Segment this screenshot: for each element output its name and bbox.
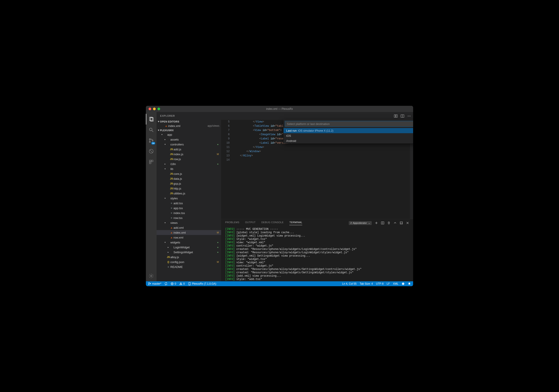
file-item[interactable]: JSgcp.js [157, 181, 221, 186]
quickpick-input[interactable]: Select platform or last destination [285, 121, 413, 127]
notifications-icon[interactable] [408, 282, 411, 285]
quickpick-item[interactable]: Android [283, 138, 413, 143]
folder-item[interactable]: ▾controllers● [157, 142, 221, 147]
eol[interactable]: LF [387, 282, 390, 285]
item-label: LoginWidget [174, 246, 216, 249]
quickpick-item[interactable]: iOS [283, 133, 413, 138]
file-type-icon: ≡ [169, 207, 174, 209]
open-editor-item[interactable]: ஃ index.xml app/views [157, 123, 221, 128]
file-item[interactable]: ≡row.tss [157, 215, 221, 220]
file-item[interactable]: JSrow.js [157, 157, 221, 161]
file-item[interactable]: JSindex.jsM [157, 152, 221, 157]
titlebar: index.xml — PlexusRx [146, 106, 413, 112]
chevron-right-icon: ▸ [164, 163, 166, 165]
sidebar: EXPLORER ▾ OPEN EDITORS ஃ index.xml app/… [157, 112, 221, 281]
svg-rect-11 [149, 162, 151, 164]
sync-icon[interactable] [164, 282, 168, 285]
folder-item[interactable]: ▸i18n● [157, 161, 221, 166]
chevron-right-icon: ▸ [167, 251, 169, 253]
statusbar: master* 0 0 PlexusRx (7.1.0.GA) Ln 4, Co… [146, 281, 413, 286]
folder-item[interactable]: ▸SettingsWidget● [157, 250, 221, 255]
git-branch[interactable]: master* [148, 282, 161, 285]
svg-point-40 [403, 283, 404, 284]
item-label: core.js [174, 172, 216, 176]
file-item[interactable]: ஃadd.xml [157, 225, 221, 230]
explorer-icon[interactable] [146, 114, 157, 124]
cursor-position[interactable]: Ln 4, Col 55 [342, 282, 357, 285]
file-item[interactable]: JSalloy.js [157, 255, 221, 260]
line-gutter: 567891011121314 [221, 120, 234, 219]
folder-item[interactable]: ▾lib [157, 166, 221, 171]
extensions-icon[interactable] [146, 157, 157, 167]
more-icon[interactable] [407, 114, 411, 118]
language-mode[interactable]: XML [393, 282, 398, 285]
file-item[interactable]: {}config.jsonM [157, 260, 221, 264]
item-label: add.xml [174, 226, 216, 229]
tab-size[interactable]: Tab Size: 4 [360, 282, 373, 285]
item-label: assets [170, 138, 216, 141]
file-type-icon: ≡ [166, 265, 170, 268]
folder-item[interactable]: ▾styles [157, 196, 221, 201]
panel-tab-problems[interactable]: PROBLEMS [225, 221, 239, 225]
file-item[interactable]: JSutilities.js [157, 191, 221, 196]
scm-status: ● [216, 246, 219, 249]
file-type-icon: ஃ [169, 236, 174, 239]
panel-tab-output[interactable]: OUTPUT [245, 221, 256, 225]
scm-status: M [216, 231, 219, 234]
panel-tab-terminal[interactable]: TERMINAL [289, 221, 302, 225]
svg-point-18 [409, 116, 410, 116]
item-label: app [167, 133, 216, 136]
close-panel-icon[interactable] [406, 221, 409, 224]
folder-item[interactable]: ▾app [157, 132, 221, 137]
split-editor-icon[interactable] [401, 114, 404, 118]
file-item[interactable]: ஃrow.xml [157, 235, 221, 240]
file-item[interactable]: ≡add.tss [157, 201, 221, 205]
terminal-selector[interactable]: 2: Appcelerator⌄ [349, 221, 372, 225]
source-control-icon[interactable]: 14 [146, 135, 157, 146]
folder-item[interactable]: ▸assets [157, 137, 221, 142]
trash-icon[interactable] [387, 221, 391, 224]
svg-point-19 [410, 116, 411, 116]
scm-status: M [216, 153, 219, 156]
svg-point-17 [408, 116, 409, 116]
feedback-icon[interactable] [401, 282, 405, 285]
item-label: http.js [174, 187, 216, 190]
open-editors-section[interactable]: ▾ OPEN EDITORS [157, 120, 221, 123]
chevron-right-icon: ▸ [164, 138, 166, 140]
warnings-count[interactable]: 0 [179, 282, 185, 285]
panel-tab-debug-console[interactable]: DEBUG CONSOLE [261, 221, 284, 225]
split-terminal-icon[interactable] [381, 221, 384, 224]
app-status[interactable]: PlexusRx (7.1.0.GA) [188, 282, 216, 285]
chevron-up-icon[interactable] [393, 221, 397, 224]
file-item[interactable]: ≡README [157, 264, 221, 269]
settings-gear-icon[interactable] [146, 271, 157, 281]
folder-item[interactable]: ▾widgets● [157, 240, 221, 245]
item-label: row.js [174, 158, 216, 161]
file-item[interactable]: JShttp.js [157, 186, 221, 191]
file-type-icon: ≡ [169, 202, 174, 205]
search-icon[interactable] [146, 124, 157, 135]
panel-actions: 2: Appcelerator⌄ [349, 221, 409, 225]
errors-count[interactable]: 0 [171, 282, 176, 285]
project-section[interactable]: ▾ PLEXUSRX [157, 128, 221, 132]
file-item[interactable]: JScore.js [157, 171, 221, 176]
file-item[interactable]: JSdata.js [157, 176, 221, 181]
file-type-icon: ≡ [169, 212, 174, 214]
encoding[interactable]: UTF-8 [376, 282, 383, 285]
new-terminal-icon[interactable] [375, 221, 378, 224]
svg-point-30 [150, 283, 151, 284]
file-item[interactable]: ≡index.tss [157, 210, 221, 215]
terminal-output[interactable]: [INFO] ----- MVC GENERATION -----[INFO] … [221, 227, 413, 281]
folder-item[interactable]: ▾views [157, 220, 221, 225]
quickpick-item[interactable]: Last runiOS simulator iPhone X (11.2) [283, 128, 413, 133]
scm-status: M [216, 261, 219, 263]
folder-item[interactable]: ▸LoginWidget● [157, 245, 221, 250]
item-label: add.js [174, 148, 216, 151]
file-item[interactable]: ஃindex.xmlM [157, 230, 221, 235]
main-area: 14 EXPLORER ▾ OPEN EDITORS [146, 112, 413, 281]
compare-changes-icon[interactable] [394, 114, 398, 118]
debug-icon[interactable] [146, 146, 157, 157]
file-item[interactable]: JSadd.js [157, 147, 221, 152]
maximize-panel-icon[interactable] [400, 221, 403, 224]
file-item[interactable]: ≡app.tss [157, 205, 221, 210]
